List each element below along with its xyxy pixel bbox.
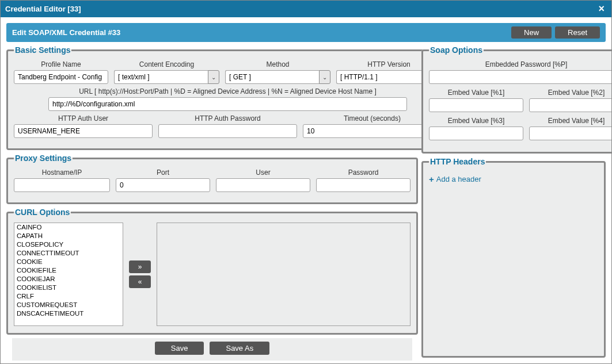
curl-option-item[interactable]: CAINFO [14,223,123,232]
auth-user-label: HTTP Auth User [14,114,153,122]
profile-name-label: Profile Name [14,60,108,68]
soap-options-panel: Soap Options Embedded Password [%P] Embe… [421,45,611,154]
auth-user-input[interactable] [14,124,153,138]
embed2-label: Embed Value [%2] [529,89,611,97]
proxy-password-label: Password [316,168,410,177]
embed1-label: Embed Value [%1] [429,89,523,97]
new-button[interactable]: New [511,26,552,39]
page-header: Edit SOAP/XML Credential #33 New Reset [6,23,606,42]
content-area: Basic Settings Profile Name Content Enco… [1,42,611,363]
curl-remove-button[interactable]: « [129,275,151,288]
curl-option-item[interactable]: COOKIELIST [14,283,123,292]
curl-option-item[interactable]: CLOSEPOLICY [14,240,123,249]
curl-add-button[interactable]: » [129,260,151,273]
save-as-button[interactable]: Save As [210,342,269,355]
auth-pass-label: HTTP Auth Password [158,114,297,122]
chevron-down-icon[interactable]: ⌄ [319,70,330,84]
proxy-user-input[interactable] [216,178,310,192]
curl-selected-area[interactable] [157,223,410,326]
embed2-input[interactable] [529,98,611,112]
http-headers-panel: HTTP Headers + Add a header [421,157,606,358]
curl-option-item[interactable]: CONNECTTIMEOUT [14,249,123,258]
curl-option-item[interactable]: COOKIEFILE [14,266,123,275]
add-header-label: Add a header [436,175,481,183]
credential-editor-window: Credential Editor [33] × Edit SOAP/XML C… [0,0,612,364]
curl-options-panel: CURL Options CAINFOCAPATHCLOSEPOLICYCONN… [6,208,418,335]
proxy-settings-panel: Proxy Settings Hostname/IP Port User [6,154,418,204]
page-title: Edit SOAP/XML Credential #33 [12,28,120,37]
embed4-input[interactable] [529,127,611,140]
http-version-select[interactable] [336,70,430,84]
window-title: Credential Editor [33] [5,5,81,13]
proxy-hostname-input[interactable] [14,178,110,192]
timeout-label: Timeout (seconds) [303,114,442,122]
curl-option-item[interactable]: CUSTOMREQUEST [14,301,123,309]
method-select[interactable] [225,70,319,84]
http-headers-legend: HTTP Headers [429,157,486,166]
method-label: Method [225,60,330,68]
curl-option-item[interactable]: COOKIEJAR [14,275,123,283]
soap-options-legend: Soap Options [429,45,484,55]
proxy-user-label: User [216,168,310,177]
basic-settings-legend: Basic Settings [14,45,71,55]
curl-option-item[interactable]: DNSCACHETIMEOUT [14,309,123,318]
content-encoding-label: Content Encoding [114,60,219,68]
embedded-password-input[interactable] [429,70,611,84]
proxy-password-input[interactable] [316,178,410,192]
auth-pass-input[interactable] [158,124,297,138]
basic-settings-panel: Basic Settings Profile Name Content Enco… [6,45,449,150]
proxy-hostname-label: Hostname/IP [14,168,110,177]
left-column: Basic Settings Profile Name Content Enco… [6,45,418,358]
embed3-label: Embed Value [%3] [429,117,523,125]
footer: Save Save As [12,338,412,361]
plus-icon: + [429,174,434,184]
url-label: URL [ http(s)://Host:Port/Path | %D = Al… [48,87,407,95]
save-button[interactable]: Save [155,342,204,355]
timeout-input[interactable] [303,124,442,138]
close-icon[interactable]: × [596,3,607,15]
curl-available-list[interactable]: CAINFOCAPATHCLOSEPOLICYCONNECTTIMEOUTCOO… [14,223,123,326]
right-column: Soap Options Embedded Password [%P] Embe… [421,45,606,358]
chevron-down-icon[interactable]: ⌄ [208,70,219,84]
curl-option-item[interactable]: CAPATH [14,232,123,240]
curl-option-item[interactable]: CRLF [14,292,123,301]
add-header-link[interactable]: + Add a header [429,174,481,184]
content-encoding-select[interactable] [114,70,208,84]
embed1-input[interactable] [429,98,523,112]
profile-name-input[interactable] [14,70,108,84]
proxy-port-input[interactable] [116,178,210,192]
embed4-label: Embed Value [%4] [529,117,611,125]
url-input[interactable] [48,97,407,111]
titlebar: Credential Editor [33] × [1,1,611,17]
proxy-settings-legend: Proxy Settings [14,154,73,163]
reset-button[interactable]: Reset [555,26,600,39]
embed3-input[interactable] [429,127,523,140]
embedded-password-label: Embedded Password [%P] [429,60,611,68]
curl-option-item[interactable]: COOKIE [14,258,123,266]
curl-options-legend: CURL Options [14,208,71,217]
proxy-port-label: Port [116,168,210,177]
